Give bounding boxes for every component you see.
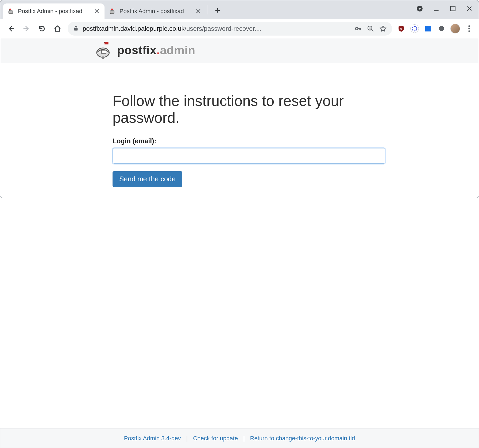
svg-point-14 — [468, 28, 470, 29]
extension-icons: u — [397, 24, 473, 33]
svg-point-13 — [468, 25, 470, 27]
login-label: Login (email): — [113, 137, 369, 145]
nav-back-button[interactable] — [6, 23, 16, 34]
app-logo[interactable]: postfix.admin — [95, 41, 195, 60]
svg-rect-5 — [434, 10, 438, 11]
tab-title: Postfix Admin - postfixad — [18, 8, 91, 15]
url-host: postfixadmin.david.palepurple.co.uk — [83, 25, 185, 32]
bookmark-star-icon[interactable] — [379, 25, 387, 32]
chrome-menu-icon[interactable] — [465, 24, 473, 33]
svg-rect-3 — [111, 9, 113, 10]
window-minimize-icon[interactable] — [432, 4, 441, 13]
page-content: postfix.admin Follow the instructions to… — [0, 38, 479, 198]
browser-tab-active[interactable]: Postfix Admin - postfixad ✕ — [3, 3, 105, 19]
logo-dot: . — [157, 44, 160, 57]
new-tab-button[interactable]: + — [211, 4, 224, 17]
svg-rect-6 — [450, 6, 455, 11]
address-bar[interactable]: postfixadmin.david.palepurple.co.uk/user… — [68, 22, 392, 36]
browser-tab-inactive[interactable]: Postfix Admin - postfixad ✕ — [105, 3, 206, 19]
svg-rect-18 — [101, 50, 106, 53]
lock-icon — [73, 26, 79, 32]
main-form: Follow the instructions to reset your pa… — [102, 63, 380, 198]
tab-title: Postfix Admin - postfixad — [119, 8, 192, 15]
url-text: postfixadmin.david.palepurple.co.uk/user… — [83, 25, 350, 32]
svg-rect-0 — [9, 11, 13, 14]
svg-rect-12 — [425, 26, 431, 32]
loading-extension-icon[interactable] — [410, 24, 419, 33]
blue-box-extension-icon[interactable] — [424, 24, 432, 33]
login-email-input[interactable] — [113, 148, 385, 164]
url-path: /users/password-recover.... — [185, 25, 262, 32]
svg-point-11 — [412, 26, 417, 31]
svg-rect-16 — [105, 42, 109, 44]
nav-reload-button[interactable] — [37, 23, 47, 34]
mailbox-logo-icon — [95, 41, 114, 60]
svg-rect-2 — [110, 11, 114, 14]
nav-home-button[interactable] — [52, 23, 63, 34]
logo-prefix: postfix — [117, 44, 157, 57]
tab-separator — [208, 5, 208, 14]
browser-toolbar: postfixadmin.david.palepurple.co.uk/user… — [0, 19, 479, 38]
tab-strip: Postfix Admin - postfixad ✕ Postfix Admi… — [0, 0, 479, 19]
tab-close-icon[interactable]: ✕ — [195, 8, 201, 15]
svg-rect-7 — [74, 28, 78, 30]
logo-suffix: admin — [160, 44, 195, 57]
window-maximize-icon[interactable] — [448, 4, 457, 13]
extensions-puzzle-icon[interactable] — [437, 24, 446, 33]
profile-avatar[interactable] — [450, 24, 460, 33]
app-menu-icon[interactable] — [415, 4, 424, 13]
app-header: postfix.admin — [0, 38, 479, 63]
svg-rect-19 — [102, 56, 104, 59]
mailbox-icon — [109, 8, 116, 15]
ublock-icon[interactable]: u — [397, 24, 405, 33]
page-heading: Follow the instructions to reset your pa… — [113, 93, 369, 127]
send-code-button[interactable]: Send me the code — [113, 171, 182, 187]
key-icon[interactable] — [354, 25, 362, 32]
browser-window: Postfix Admin - postfixad ✕ Postfix Admi… — [0, 0, 479, 198]
zoom-out-icon[interactable] — [367, 25, 374, 32]
mailbox-icon — [8, 8, 15, 15]
nav-forward-button[interactable] — [21, 23, 32, 34]
svg-rect-1 — [10, 9, 11, 10]
svg-text:u: u — [400, 27, 402, 30]
svg-point-15 — [468, 30, 470, 32]
window-controls — [415, 4, 474, 13]
app-logo-text: postfix.admin — [117, 44, 195, 57]
tab-close-icon[interactable]: ✕ — [94, 8, 100, 15]
window-close-icon[interactable] — [465, 4, 474, 13]
